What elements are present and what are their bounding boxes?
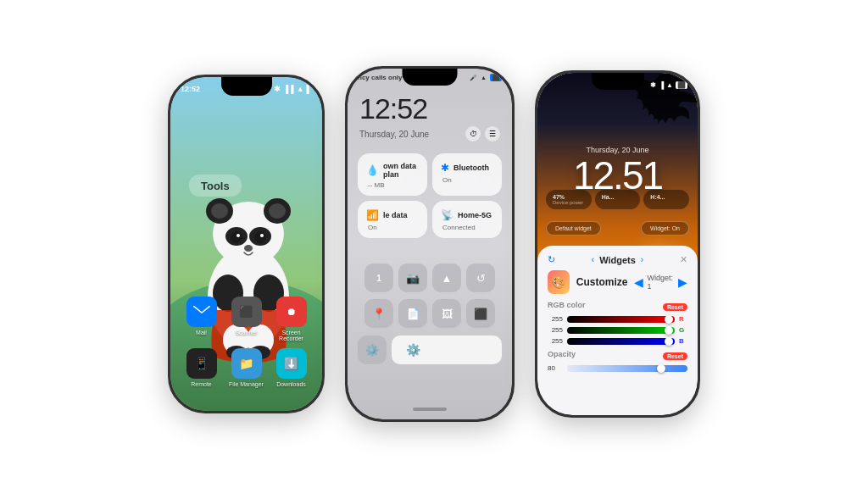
cc-ctrl-camera[interactable]: 📷 — [398, 263, 427, 292]
wp-widget-ctrl: ◀ Widget: 1 ▶ — [634, 274, 687, 291]
cc-tile-mobile[interactable]: 📶 le data On — [358, 201, 427, 238]
ls-widget-extra1[interactable]: Ha... — [595, 190, 641, 209]
wp-header: ↻ ‹ Widgets › ✕ — [548, 254, 687, 265]
wp-g-value: 255 — [548, 326, 563, 334]
cc-tiles: 💧 own data plan -- MB ✱ Bluetooth On 📶 l… — [358, 153, 502, 238]
cc-settings-icon[interactable]: ⏱ — [465, 126, 481, 141]
wp-prev-btn[interactable]: ‹ — [592, 255, 594, 264]
wp-opacity-track[interactable] — [567, 365, 687, 372]
cc-tile-data-title: own data plan — [383, 162, 419, 179]
svg-point-12 — [254, 231, 266, 243]
phone1-app-grid: Mail ⬛ Scanner ⏺ Screen Recorder 📱 Remot… — [170, 297, 322, 387]
wp-opacity-label-row: Opacity Reset — [548, 350, 687, 362]
phone3-battery-icon: ⬛ — [676, 81, 687, 89]
wp-title: Widgets — [599, 255, 636, 265]
cc-tile-bluetooth[interactable]: ✱ Bluetooth On — [432, 153, 502, 196]
cc-ctrl-image[interactable]: 🖼 — [432, 299, 461, 328]
wp-app-row: 🎨 Customize ◀ Widget: 1 ▶ — [548, 270, 687, 294]
wifi-tile-icon: 📡 — [441, 209, 453, 221]
wp-opacity-value: 80 — [548, 364, 563, 372]
wp-widget-next[interactable]: ▶ — [678, 275, 687, 289]
cc-tile-mobile-header: 📶 le data — [366, 209, 419, 221]
cc-controls-row1: 1 📷 ▲ ↺ — [358, 263, 502, 292]
cc-date-row: Thursday, 20 June ⏱ ☰ — [359, 126, 500, 141]
svg-point-7 — [269, 203, 286, 219]
cc-tile-data-header: 💧 own data plan — [366, 162, 419, 179]
cc-ctrl-location[interactable]: 📍 — [364, 299, 393, 328]
cc-tile-wifi[interactable]: 📡 Home-5G Connected — [432, 201, 502, 238]
brightness-inner-icon: ⚙️ — [400, 337, 426, 363]
svg-point-13 — [260, 234, 264, 237]
wifi-icon: ▲ — [297, 85, 304, 93]
wp-app-icon: 🎨 — [548, 270, 570, 294]
wp-next-btn[interactable]: › — [641, 255, 643, 264]
wp-r-slider-row: 255 R — [548, 315, 687, 323]
phone-1-screen: 12:52 ✱ ▐▐ ▲ ▌ Tools Mail ⬛ Scanner — [170, 77, 322, 411]
data-plan-icon: 💧 — [366, 164, 379, 176]
battery-icon: ▌ — [307, 85, 312, 93]
phone3-signal-icon: ▐ — [659, 81, 664, 89]
ls-widget-bar: 47% Device power Ha... H:4... — [546, 190, 689, 209]
app-scanner-icon: ⬛ — [231, 297, 262, 327]
app-downloads[interactable]: ⬇️ Downloads — [272, 348, 310, 387]
wp-g-slider-row: 255 G — [548, 326, 687, 334]
phone2-home-indicator — [413, 408, 447, 411]
phone1-time: 12:52 — [181, 85, 200, 93]
mic-icon: 🎤 — [470, 75, 477, 81]
app-file-manager[interactable]: 📁 File Manager — [227, 348, 265, 387]
cc-ctrl-nav[interactable]: ▲ — [432, 263, 461, 292]
phone3-wifi-icon: ▲ — [666, 81, 673, 89]
cc-brightness-btn1[interactable]: ⚙️ — [358, 336, 387, 364]
phone-1: 12:52 ✱ ▐▐ ▲ ▌ Tools Mail ⬛ Scanner — [168, 75, 325, 413]
cc-tile-data[interactable]: 💧 own data plan -- MB — [358, 153, 427, 196]
cc-tile-bluetooth-sub: On — [441, 176, 493, 184]
ls-btn-widget[interactable]: Widget: On — [641, 221, 689, 236]
cc-ctrl-refresh[interactable]: ↺ — [466, 263, 495, 292]
wp-g-letter: G — [679, 326, 687, 334]
app-downloads-label: Downloads — [276, 381, 306, 387]
signal-icon: ▐▐ — [283, 85, 294, 93]
cc-brightness-row: ⚙️ ⚙️ — [358, 336, 502, 364]
tools-folder[interactable]: Tools — [189, 175, 242, 197]
wp-refresh-btn[interactable]: ↻ — [548, 254, 555, 265]
wp-g-thumb — [665, 326, 673, 335]
cc-tile-mobile-sub: On — [366, 224, 419, 231]
cc-header-icons: ⏱ ☰ — [465, 126, 500, 141]
app-scanner[interactable]: ⬛ Scanner — [227, 297, 265, 341]
cc-date: Thursday, 20 June — [359, 130, 429, 139]
wp-b-track[interactable] — [567, 338, 675, 345]
phone-2: ncy calls only 🎤 ▲ ⬛ 12:52 Thursday, 20 … — [345, 66, 515, 422]
app-remote[interactable]: 📱 Remote — [182, 348, 220, 387]
wp-r-track[interactable] — [567, 316, 675, 323]
mobile-data-icon: 📶 — [366, 209, 379, 221]
cc-menu-icon[interactable]: ☰ — [485, 126, 500, 141]
wp-rgb-reset[interactable]: Reset — [663, 303, 687, 311]
wp-rgb-label-row: RGB color Reset — [548, 301, 687, 313]
cc-ctrl-box[interactable]: ⬛ — [466, 299, 495, 328]
cc-brightness-bar[interactable]: ⚙️ — [392, 336, 502, 364]
app-screen-recorder-icon: ⏺ — [276, 297, 307, 327]
ls-widget-extra1-val: Ha... — [602, 194, 634, 200]
bluetooth-tile-icon: ✱ — [441, 162, 449, 174]
battery-icon-cc: ⬛ — [490, 74, 502, 81]
app-file-manager-icon: 📁 — [231, 348, 262, 379]
ls-btn-default[interactable]: Defaut widget — [546, 221, 601, 236]
wp-b-thumb — [665, 337, 673, 346]
cc-ctrl-1[interactable]: 1 — [364, 263, 393, 292]
app-screen-recorder[interactable]: ⏺ Screen Recorder — [272, 297, 310, 341]
ls-widget-power[interactable]: 47% Device power — [546, 190, 592, 209]
wp-close-btn[interactable]: ✕ — [680, 254, 687, 265]
wp-opacity-reset[interactable]: Reset — [663, 352, 687, 360]
app-screen-recorder-label: Screen Recorder — [272, 330, 310, 341]
bluetooth-icon: ✱ — [274, 85, 281, 93]
wp-g-track[interactable] — [567, 327, 675, 334]
app-mail[interactable]: Mail — [182, 297, 220, 341]
ls-widget-extra2[interactable]: H:4... — [643, 190, 689, 209]
ls-widget-power-pct: 47% — [553, 194, 585, 200]
tools-label: Tools — [201, 180, 230, 192]
cc-tile-data-sub: -- MB — [366, 181, 419, 189]
cc-ctrl-doc[interactable]: 📄 — [398, 299, 427, 328]
wp-widget-prev[interactable]: ◀ — [634, 275, 643, 289]
phone-2-screen: ncy calls only 🎤 ▲ ⬛ 12:52 Thursday, 20 … — [348, 69, 512, 419]
cc-header: 12:52 Thursday, 20 June ⏱ ☰ — [359, 92, 500, 141]
